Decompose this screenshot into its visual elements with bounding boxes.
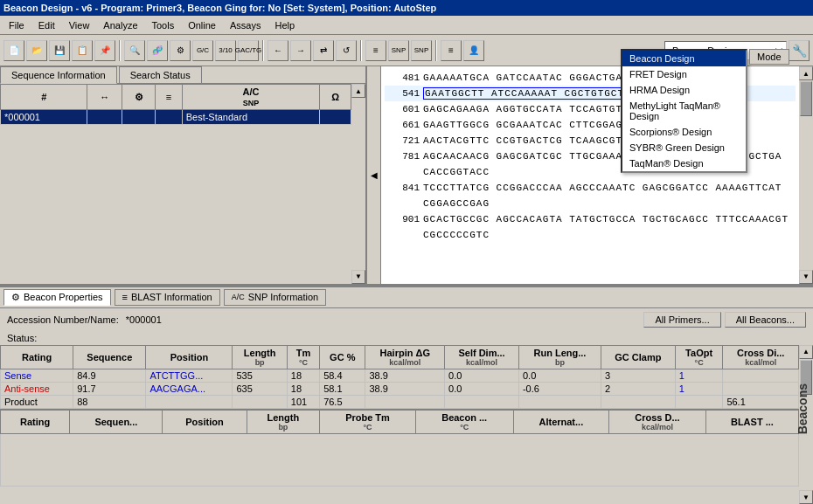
dropdown-item-taqman[interactable]: TaqMan® Design	[622, 155, 746, 171]
table-row-product[interactable]: Product 88 101 76.5	[1, 395, 799, 408]
toolbar-primers[interactable]: G/C	[192, 40, 213, 61]
probe-table: Rating Sequen... Position Lengthbp Probe…	[0, 409, 799, 487]
menu-edit[interactable]: Edit	[31, 18, 62, 32]
col-arrows: ↔	[87, 85, 122, 110]
toolbar-sep3	[360, 40, 362, 61]
results-area: Rating Sequence Position Lengthbp Tm°C G…	[0, 345, 813, 505]
table-row[interactable]: *000001 Best-Standard	[1, 110, 351, 125]
col-person: ⚙	[122, 85, 156, 110]
cell-selfdim-anti: -0.6	[518, 382, 601, 395]
cell-omega	[320, 110, 351, 125]
ph-rating: Rating	[1, 410, 70, 434]
th-length: Lengthbp	[233, 345, 287, 369]
seq-line-7: 841 TCCCTTATCG CCGGACCCAA AGCCCAAATC GAG…	[385, 180, 796, 211]
cell-pos-product	[233, 395, 287, 408]
tab-search-status[interactable]: Search Status	[119, 66, 202, 83]
beacons-label: Beacons	[796, 383, 810, 434]
th-tm: Tm°C	[287, 345, 319, 369]
toolbar-analyze[interactable]: 🧬	[147, 40, 168, 61]
toolbar-settings[interactable]: ⚙	[170, 40, 191, 61]
col-omega: Ω	[320, 85, 351, 110]
th-hairpin: Hairpin ΔGkcal/mol	[365, 345, 445, 369]
tab-blast-info[interactable]: ≡ BLAST Information	[115, 289, 220, 306]
toolbar-snp[interactable]: SNP	[388, 40, 409, 61]
toolbar-flip[interactable]: ⇄	[313, 40, 334, 61]
results-table: Rating Sequence Position Lengthbp Tm°C G…	[0, 345, 799, 409]
toolbar-search[interactable]: 🔍	[124, 40, 145, 61]
tab-sequence-info[interactable]: Sequence Information	[0, 66, 117, 84]
table-row-antisense[interactable]: Anti-sense 91.7 AACGAGA... 635 18 58.1 3…	[1, 382, 799, 395]
toolbar-rc[interactable]: ↺	[336, 40, 357, 61]
collapse-arrow[interactable]: ◀	[367, 66, 381, 284]
dropdown-item-fret[interactable]: FRET Design	[622, 66, 746, 82]
dropdown-item-beacon[interactable]: Beacon Design	[622, 51, 746, 66]
cell-hairpin-product	[445, 395, 519, 408]
menu-help[interactable]: Help	[268, 18, 302, 32]
right-scroll-down[interactable]: ▼	[799, 270, 813, 284]
toolbar-new[interactable]: 📄	[3, 40, 24, 61]
cell-gear	[122, 110, 156, 125]
toolbar-seq[interactable]: ≡	[441, 40, 462, 61]
bottom-tab-bar: ⚙ Beacon Properties ≡ BLAST Information …	[0, 287, 813, 308]
toolbar-align[interactable]: ≡	[365, 40, 386, 61]
toolbar-sep1	[119, 40, 121, 61]
toolbar-person[interactable]: 👤	[463, 40, 484, 61]
th-crossdi: Cross Di...kcal/mol	[723, 345, 799, 369]
toolbar-extra[interactable]: 🔧	[789, 40, 810, 61]
right-scrollbar[interactable]: ▲ ▼	[799, 66, 813, 284]
tab-beacon-props[interactable]: ⚙ Beacon Properties	[3, 289, 111, 306]
ph-len: Lengthbp	[247, 410, 320, 434]
menu-assays[interactable]: Assays	[223, 18, 268, 32]
cell-rating-product: 88	[73, 395, 146, 408]
tab-snp-info[interactable]: A/C SNP Information	[224, 289, 327, 306]
all-primers-btn[interactable]: All Primers...	[643, 312, 720, 328]
toolbar-left[interactable]: ←	[268, 40, 288, 61]
menu-tools[interactable]: Tools	[145, 18, 182, 32]
all-beacons-btn[interactable]: All Beacons...	[725, 312, 806, 328]
toolbar-copy[interactable]: 📋	[72, 40, 93, 61]
toolbar-counter[interactable]: 3/10	[215, 40, 236, 61]
ph-beacontm: Beacon ...°C	[415, 410, 513, 434]
cell-len-anti: 18	[287, 382, 319, 395]
cell-arrows	[87, 110, 122, 125]
th-runlen: Run Leng...bp	[518, 345, 601, 369]
toolbar-save[interactable]: 💾	[49, 40, 70, 61]
toolbar-right[interactable]: →	[290, 40, 311, 61]
menu-online[interactable]: Online	[181, 18, 223, 32]
dropdown-overlay: Beacon Design FRET Design HRMA Design Me…	[621, 49, 789, 173]
cell-len-sense: 18	[287, 369, 319, 382]
dropdown-item-hrma[interactable]: HRMA Design	[622, 82, 746, 98]
cell-type-anti: Anti-sense	[1, 382, 73, 395]
probe-row-empty	[1, 433, 799, 486]
res-scroll-up[interactable]: ▲	[799, 345, 813, 359]
menu-bar: File Edit View Analyze Tools Online Assa…	[0, 16, 813, 35]
dropdown-item-scorpions[interactable]: Scorpions® Design	[622, 124, 746, 140]
th-sequence: Sequence	[73, 345, 146, 369]
dropdown-item-methylight[interactable]: MethyLight TaqMan® Design	[622, 98, 746, 124]
left-scrollbar[interactable]: ▲ ▼	[351, 84, 365, 284]
scroll-up[interactable]: ▲	[351, 84, 365, 98]
ph-pos: Position	[163, 410, 247, 434]
col-lines: ≡	[156, 85, 183, 110]
dropdown-item-sybr[interactable]: SYBR® Green Design	[622, 140, 746, 155]
menu-file[interactable]: File	[2, 18, 31, 32]
scroll-down[interactable]: ▼	[351, 270, 365, 284]
toolbar-paste[interactable]: 📌	[94, 40, 115, 61]
cell-selfdim-product	[518, 395, 601, 408]
cell-num: *000001	[1, 110, 87, 125]
menu-view[interactable]: View	[62, 18, 97, 32]
th-taopt: TaOpt°C	[675, 345, 723, 369]
res-scroll-down[interactable]: ▼	[799, 490, 813, 504]
cell-gc-anti: 38.9	[365, 382, 445, 395]
menu-analyze[interactable]: Analyze	[96, 18, 144, 32]
toolbar-open[interactable]: 📂	[26, 40, 47, 61]
toolbar-sep2	[262, 40, 264, 61]
table-row-sense[interactable]: Sense 84.9 ATCTTGG... 535 18 58.4 38.9 0…	[1, 369, 799, 382]
toolbar-gc[interactable]: GAC/TG	[238, 40, 259, 61]
cell-tm-sense: 58.4	[320, 369, 365, 382]
cell-runlen-anti: 2	[601, 382, 675, 395]
right-scroll-up[interactable]: ▲	[799, 66, 813, 80]
snp-icon: A/C	[232, 293, 245, 301]
accession-label: Accession Number/Name:	[7, 314, 119, 325]
toolbar-snp2[interactable]: SNP	[411, 40, 432, 61]
